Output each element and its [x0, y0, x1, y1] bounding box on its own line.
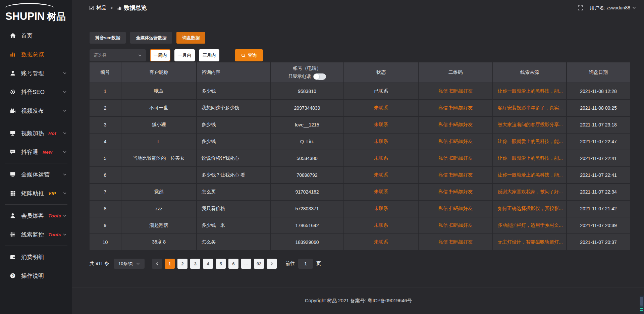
next-page-button[interactable]	[267, 259, 277, 269]
table-row: 6多少钱？让我死心 看70898792未联系私信 扫码加好友让你一眼就爱上的黑科…	[90, 167, 630, 184]
sidebar-item-label: 全媒体运营	[21, 171, 50, 178]
cell-qrcode[interactable]: 私信 扫码加好友	[419, 134, 493, 150]
sidebar-item-lead-monitor[interactable]: 线索监控 Tools	[0, 225, 72, 244]
tab-omnimedia-data[interactable]: 全媒体运营数据	[130, 32, 172, 44]
period-week-button[interactable]: 一周内	[150, 49, 170, 61]
table-row: 3狐小狸多少钱love__1215未联系私信 扫码加好友被大家追着问的客厅投影分…	[90, 117, 630, 134]
sidebar-item-label: 视频发布	[21, 107, 44, 115]
cell-source[interactable]: 让你一眼就爱上的黑科技，能...	[493, 150, 567, 167]
goto-suffix-label: 页	[316, 261, 321, 267]
cell-status: 未联系	[344, 217, 419, 234]
page-ellipsis-button[interactable]: ···	[241, 259, 251, 269]
cell-date: 2021-11-07 22:47	[567, 134, 630, 150]
account-select[interactable]: 请选择	[90, 49, 146, 61]
cell-account: 70898792	[271, 167, 344, 184]
period-month-button[interactable]: 一月内	[174, 49, 195, 61]
sidebar-item-account-management[interactable]: 账号管理	[0, 64, 72, 83]
table-body: 1哦章多少钱9583810已联系私信 扫码加好友让你一眼就爱上的黑科技，能...…	[90, 83, 630, 251]
cell-nickname: zzz	[121, 201, 197, 217]
gear-icon	[9, 89, 16, 95]
sidebar-item-matrix-boost[interactable]: 矩阵助推 VIP	[0, 184, 72, 203]
page-button[interactable]: 2	[177, 259, 187, 269]
col-header-id: 编号	[90, 62, 121, 83]
table-row: 2不可一世我想问这个多少钱2097344839未联系私信 扫码加好友客厅安装投影…	[90, 100, 630, 117]
sidebar-item-video-heat[interactable]: 视频加热 Hot	[0, 124, 72, 143]
copyright-text: Copyright 树品 2021 备案号: 粤ICP备09019646号	[305, 298, 412, 304]
col-header-content: 咨询内容	[197, 62, 271, 83]
breadcrumb-root[interactable]: 树品	[90, 5, 106, 11]
cell-source[interactable]: 让你一眼就爱上的黑科技，能...	[493, 83, 567, 100]
pagination: 共 911 条 10条/页 123456···92 前往 页	[90, 259, 630, 269]
cell-account: 50534380	[271, 150, 344, 167]
goto-page-input[interactable]	[298, 259, 313, 269]
page-button[interactable]: 4	[203, 259, 213, 269]
cell-source[interactable]: 感谢大家喜欢我家，被问了好...	[493, 184, 567, 201]
period-quarter-button[interactable]: 三月内	[199, 49, 219, 61]
vip-badge: VIP	[48, 191, 56, 196]
corner-chat-widget[interactable]	[640, 296, 644, 314]
fullscreen-icon[interactable]	[578, 5, 583, 10]
cell-qrcode[interactable]: 私信 扫码加好友	[419, 83, 493, 100]
table-row: 5当地比较能吃的一位美女说说价格让我死心50534380未联系私信 扫码加好友让…	[90, 150, 630, 167]
table-row: 1036度 8怎么买183929060未联系私信 扫码加好友无主灯设计，智能磁吸…	[90, 234, 630, 251]
sidebar-item-instructions[interactable]: ? 操作说明	[0, 266, 72, 285]
sidebar-item-label: 视频加热	[21, 129, 44, 137]
cell-nickname: 不可一世	[121, 100, 197, 117]
chevron-down-icon	[63, 90, 67, 94]
cell-id: 7	[90, 184, 121, 201]
page-button[interactable]: 3	[190, 259, 200, 269]
cell-id: 9	[90, 217, 121, 234]
cell-source[interactable]: 让你一眼就爱上的黑科技，能...	[493, 134, 567, 150]
logo[interactable]: SHUPIN 树品	[0, 2, 72, 21]
sidebar-item-label: 消费明细	[21, 253, 44, 261]
cell-qrcode[interactable]: 私信 扫码加好友	[419, 234, 493, 251]
cell-qrcode[interactable]: 私信 扫码加好友	[419, 167, 493, 184]
cell-qrcode[interactable]: 私信 扫码加好友	[419, 150, 493, 167]
cell-account: 178651642	[271, 217, 344, 234]
query-button[interactable]: 查询	[235, 49, 263, 61]
cell-source[interactable]: 被大家追着问的客厅投影分享...	[493, 117, 567, 134]
cell-date: 2021-11-08 12:28	[567, 83, 630, 100]
phone-only-toggle[interactable]	[313, 73, 326, 80]
cell-qrcode[interactable]: 私信 扫码加好友	[419, 201, 493, 217]
page-button[interactable]: 92	[254, 259, 264, 269]
page-button[interactable]: 1	[165, 259, 175, 269]
sidebar-item-home[interactable]: 首页	[0, 26, 72, 45]
sidebar-item-omnimedia[interactable]: 全媒体运营	[0, 165, 72, 184]
sidebar-item-consumption-detail[interactable]: 消费明细	[0, 248, 72, 266]
cell-qrcode[interactable]: 私信 扫码加好友	[419, 184, 493, 201]
user-menu[interactable]: 用户名: zswodun88	[590, 5, 636, 11]
cell-source[interactable]: 多功能护栏灯，适用于乡村文...	[493, 217, 567, 234]
cell-date: 2021-11-07 22:41	[567, 167, 630, 184]
cell-nickname	[121, 167, 197, 184]
cell-content: 我只看价格	[197, 201, 271, 217]
table-row: 7觉然怎么买917024162未联系私信 扫码加好友感谢大家喜欢我家，被问了好.…	[90, 184, 630, 201]
page-size-select[interactable]: 10条/页	[114, 259, 145, 269]
cell-id: 8	[90, 201, 121, 217]
sidebar-item-video-publish[interactable]: 视频发布	[0, 101, 72, 120]
tools-badge: Tools	[48, 232, 61, 237]
cell-source[interactable]: 无主灯设计，智能磁吸轨道灯...	[493, 234, 567, 251]
sidebar-item-label: 首页	[21, 32, 33, 40]
tab-inquiry-data[interactable]: 询盘数据	[176, 32, 205, 44]
sidebar-item-member-baoke[interactable]: 会员爆客 Tools	[0, 206, 72, 225]
tab-douyin-seo-data[interactable]: 抖音seo数据	[90, 32, 126, 44]
sidebar-item-data-overview[interactable]: 数据总览	[0, 45, 72, 64]
sidebar-item-douketong[interactable]: 抖客通 New	[0, 143, 72, 161]
cell-qrcode[interactable]: 私信 扫码加好友	[419, 117, 493, 134]
cell-nickname: 潮起潮落	[121, 217, 197, 234]
grid-icon	[9, 190, 16, 197]
cell-account: love__1215	[271, 117, 344, 134]
sliders-icon	[9, 231, 16, 238]
page-button[interactable]: 6	[228, 259, 238, 269]
cell-status: 未联系	[344, 150, 419, 167]
cell-source[interactable]: 客厅安装投影半年多了，真实...	[493, 100, 567, 117]
sidebar-item-douyin-seo[interactable]: 抖音SEO	[0, 83, 72, 101]
page-button[interactable]: 5	[216, 259, 226, 269]
cell-qrcode[interactable]: 私信 扫码加好友	[419, 217, 493, 234]
cell-status: 未联系	[344, 100, 419, 117]
cell-source[interactable]: 让你一眼就爱上的黑科技，能...	[493, 167, 567, 184]
prev-page-button[interactable]	[152, 259, 162, 269]
cell-qrcode[interactable]: 私信 扫码加好友	[419, 100, 493, 117]
cell-source[interactable]: 如何正确选择投影仪，买投影...	[493, 201, 567, 217]
